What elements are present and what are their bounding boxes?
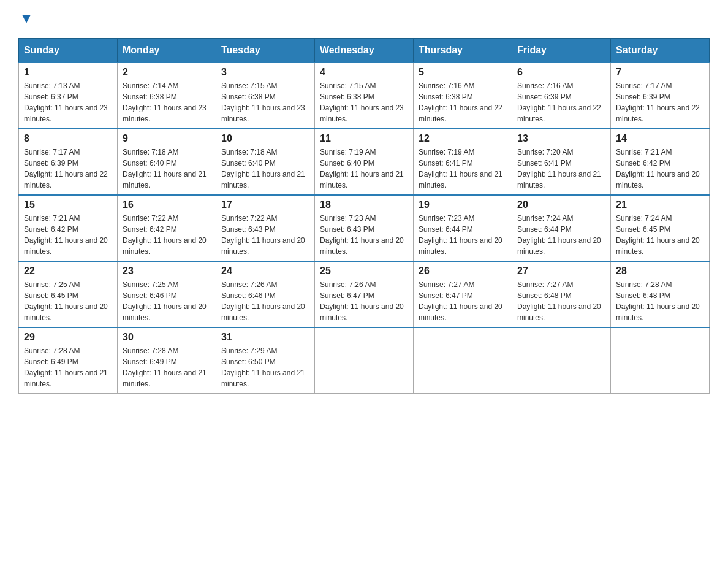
weekday-header-row: SundayMondayTuesdayWednesdayThursdayFrid… — [19, 39, 710, 63]
weekday-header-monday: Monday — [118, 39, 216, 63]
weekday-header-wednesday: Wednesday — [315, 39, 414, 63]
calendar-cell: 31Sunrise: 7:29 AMSunset: 6:50 PMDayligh… — [216, 327, 315, 394]
calendar-table: SundayMondayTuesdayWednesdayThursdayFrid… — [18, 38, 710, 394]
day-number: 6 — [517, 67, 605, 78]
day-info: Sunrise: 7:22 AMSunset: 6:42 PMDaylight:… — [123, 213, 211, 257]
calendar-cell: 5Sunrise: 7:16 AMSunset: 6:38 PMDaylight… — [414, 63, 512, 129]
logo-arrow-icon — [20, 12, 33, 26]
day-number: 5 — [419, 67, 507, 78]
day-number: 25 — [320, 266, 408, 277]
page: SundayMondayTuesdayWednesdayThursdayFrid… — [0, 0, 728, 406]
calendar-cell: 26Sunrise: 7:27 AMSunset: 6:47 PMDayligh… — [414, 261, 512, 327]
day-info: Sunrise: 7:17 AMSunset: 6:39 PMDaylight:… — [616, 80, 704, 124]
day-number: 19 — [419, 199, 507, 210]
day-info: Sunrise: 7:23 AMSunset: 6:44 PMDaylight:… — [419, 213, 507, 257]
day-info: Sunrise: 7:15 AMSunset: 6:38 PMDaylight:… — [221, 80, 309, 124]
calendar-cell: 12Sunrise: 7:19 AMSunset: 6:41 PMDayligh… — [414, 129, 512, 195]
day-number: 11 — [320, 133, 408, 144]
day-info: Sunrise: 7:26 AMSunset: 6:47 PMDaylight:… — [320, 279, 408, 323]
day-info: Sunrise: 7:19 AMSunset: 6:40 PMDaylight:… — [320, 147, 408, 191]
weekday-header-thursday: Thursday — [414, 39, 512, 63]
day-number: 23 — [123, 266, 211, 277]
day-info: Sunrise: 7:21 AMSunset: 6:42 PMDaylight:… — [616, 147, 704, 191]
day-number: 29 — [24, 332, 112, 343]
day-info: Sunrise: 7:28 AMSunset: 6:49 PMDaylight:… — [123, 345, 211, 389]
calendar-cell: 7Sunrise: 7:17 AMSunset: 6:39 PMDaylight… — [611, 63, 710, 129]
day-number: 26 — [419, 266, 507, 277]
calendar-cell: 11Sunrise: 7:19 AMSunset: 6:40 PMDayligh… — [315, 129, 414, 195]
calendar-cell: 8Sunrise: 7:17 AMSunset: 6:39 PMDaylight… — [19, 129, 118, 195]
calendar-cell: 2Sunrise: 7:14 AMSunset: 6:38 PMDaylight… — [118, 63, 216, 129]
logo — [18, 12, 33, 26]
calendar-cell: 15Sunrise: 7:21 AMSunset: 6:42 PMDayligh… — [19, 195, 118, 261]
calendar-cell: 9Sunrise: 7:18 AMSunset: 6:40 PMDaylight… — [118, 129, 216, 195]
calendar-cell: 27Sunrise: 7:27 AMSunset: 6:48 PMDayligh… — [512, 261, 611, 327]
calendar-cell: 30Sunrise: 7:28 AMSunset: 6:49 PMDayligh… — [118, 327, 216, 394]
day-number: 16 — [123, 199, 211, 210]
day-info: Sunrise: 7:29 AMSunset: 6:50 PMDaylight:… — [221, 345, 309, 389]
day-number: 14 — [616, 133, 704, 144]
calendar-cell — [414, 327, 512, 394]
day-number: 24 — [221, 266, 309, 277]
weekday-header-friday: Friday — [512, 39, 611, 63]
day-info: Sunrise: 7:16 AMSunset: 6:38 PMDaylight:… — [419, 80, 507, 124]
day-number: 7 — [616, 67, 704, 78]
day-number: 15 — [24, 199, 112, 210]
day-number: 22 — [24, 266, 112, 277]
calendar-cell: 18Sunrise: 7:23 AMSunset: 6:43 PMDayligh… — [315, 195, 414, 261]
weekday-header-sunday: Sunday — [19, 39, 118, 63]
day-info: Sunrise: 7:19 AMSunset: 6:41 PMDaylight:… — [419, 147, 507, 191]
day-info: Sunrise: 7:21 AMSunset: 6:42 PMDaylight:… — [24, 213, 112, 257]
day-info: Sunrise: 7:26 AMSunset: 6:46 PMDaylight:… — [221, 279, 309, 323]
day-info: Sunrise: 7:27 AMSunset: 6:47 PMDaylight:… — [419, 279, 507, 323]
day-number: 13 — [517, 133, 605, 144]
day-info: Sunrise: 7:28 AMSunset: 6:49 PMDaylight:… — [24, 345, 112, 389]
day-number: 12 — [419, 133, 507, 144]
week-row-5: 29Sunrise: 7:28 AMSunset: 6:49 PMDayligh… — [19, 327, 710, 394]
svg-marker-0 — [22, 15, 31, 23]
day-number: 3 — [221, 67, 309, 78]
day-info: Sunrise: 7:15 AMSunset: 6:38 PMDaylight:… — [320, 80, 408, 124]
day-number: 8 — [24, 133, 112, 144]
calendar-cell: 14Sunrise: 7:21 AMSunset: 6:42 PMDayligh… — [611, 129, 710, 195]
calendar-cell: 3Sunrise: 7:15 AMSunset: 6:38 PMDaylight… — [216, 63, 315, 129]
calendar-cell — [611, 327, 710, 394]
day-info: Sunrise: 7:23 AMSunset: 6:43 PMDaylight:… — [320, 213, 408, 257]
day-info: Sunrise: 7:18 AMSunset: 6:40 PMDaylight:… — [123, 147, 211, 191]
calendar-cell: 21Sunrise: 7:24 AMSunset: 6:45 PMDayligh… — [611, 195, 710, 261]
calendar-cell: 24Sunrise: 7:26 AMSunset: 6:46 PMDayligh… — [216, 261, 315, 327]
day-info: Sunrise: 7:18 AMSunset: 6:40 PMDaylight:… — [221, 147, 309, 191]
calendar-cell: 29Sunrise: 7:28 AMSunset: 6:49 PMDayligh… — [19, 327, 118, 394]
calendar-cell: 23Sunrise: 7:25 AMSunset: 6:46 PMDayligh… — [118, 261, 216, 327]
calendar-cell: 28Sunrise: 7:28 AMSunset: 6:48 PMDayligh… — [611, 261, 710, 327]
day-number: 20 — [517, 199, 605, 210]
day-number: 30 — [123, 332, 211, 343]
day-number: 1 — [24, 67, 112, 78]
calendar-cell — [315, 327, 414, 394]
week-row-4: 22Sunrise: 7:25 AMSunset: 6:45 PMDayligh… — [19, 261, 710, 327]
calendar-cell: 19Sunrise: 7:23 AMSunset: 6:44 PMDayligh… — [414, 195, 512, 261]
day-number: 18 — [320, 199, 408, 210]
day-info: Sunrise: 7:13 AMSunset: 6:37 PMDaylight:… — [24, 80, 112, 124]
weekday-header-tuesday: Tuesday — [216, 39, 315, 63]
day-info: Sunrise: 7:16 AMSunset: 6:39 PMDaylight:… — [517, 80, 605, 124]
calendar-cell: 17Sunrise: 7:22 AMSunset: 6:43 PMDayligh… — [216, 195, 315, 261]
week-row-1: 1Sunrise: 7:13 AMSunset: 6:37 PMDaylight… — [19, 63, 710, 129]
weekday-header-saturday: Saturday — [611, 39, 710, 63]
calendar-cell: 10Sunrise: 7:18 AMSunset: 6:40 PMDayligh… — [216, 129, 315, 195]
day-number: 27 — [517, 266, 605, 277]
day-number: 9 — [123, 133, 211, 144]
calendar-cell: 22Sunrise: 7:25 AMSunset: 6:45 PMDayligh… — [19, 261, 118, 327]
day-info: Sunrise: 7:20 AMSunset: 6:41 PMDaylight:… — [517, 147, 605, 191]
day-info: Sunrise: 7:28 AMSunset: 6:48 PMDaylight:… — [616, 279, 704, 323]
calendar-cell: 25Sunrise: 7:26 AMSunset: 6:47 PMDayligh… — [315, 261, 414, 327]
day-number: 4 — [320, 67, 408, 78]
day-info: Sunrise: 7:17 AMSunset: 6:39 PMDaylight:… — [24, 147, 112, 191]
calendar-cell — [512, 327, 611, 394]
day-number: 10 — [221, 133, 309, 144]
day-info: Sunrise: 7:27 AMSunset: 6:48 PMDaylight:… — [517, 279, 605, 323]
day-info: Sunrise: 7:14 AMSunset: 6:38 PMDaylight:… — [123, 80, 211, 124]
day-number: 21 — [616, 199, 704, 210]
calendar-cell: 13Sunrise: 7:20 AMSunset: 6:41 PMDayligh… — [512, 129, 611, 195]
calendar-cell: 1Sunrise: 7:13 AMSunset: 6:37 PMDaylight… — [19, 63, 118, 129]
